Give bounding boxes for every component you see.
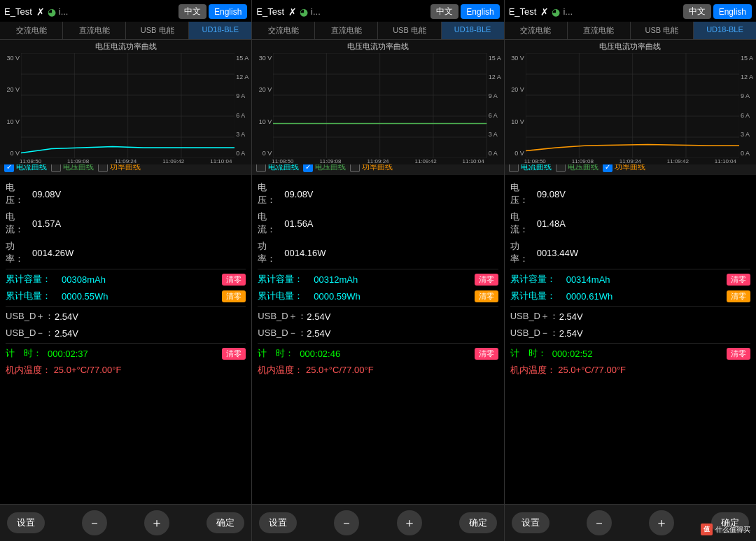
y-label-left: 20 V (253, 86, 273, 93)
energy-label: 累计电量： (510, 290, 566, 302)
tab-2[interactable]: USB 电能 (126, 22, 189, 39)
capacity-value: 00312mAh (314, 274, 358, 285)
lang-zh-button[interactable]: 中文 (683, 4, 711, 19)
clear-timer-button[interactable]: 清零 (727, 348, 750, 360)
lang-zh-button[interactable]: 中文 (178, 4, 206, 19)
lang-en-button[interactable]: English (209, 4, 247, 19)
info-icon: i... (311, 6, 321, 17)
chart-title: 电压电流功率曲线 (505, 40, 756, 53)
settings-button[interactable]: 设置 (512, 512, 550, 533)
x-label: 11:09:42 (162, 158, 184, 164)
y-label-right: 9 A (234, 92, 250, 99)
voltage-label: 电 压： (6, 181, 32, 206)
tab-1[interactable]: 直流电能 (63, 22, 126, 39)
timer-label: 计 时： (510, 347, 552, 360)
lang-zh-button[interactable]: 中文 (430, 4, 458, 19)
current-value: 01.48A (537, 218, 566, 229)
x-axis: 11:08:5011:09:0811:09:2411:09:4211:10:04 (252, 158, 503, 164)
clear-timer-button[interactable]: 清零 (475, 348, 498, 360)
tab-2[interactable]: USB 电能 (631, 22, 694, 39)
usb-dm-label: USB_D－： (6, 327, 55, 339)
tab-2[interactable]: USB 电能 (378, 22, 441, 39)
usb-dp-row: USB_D＋： 2.54V (258, 308, 498, 325)
confirm-button[interactable]: 确定 (206, 512, 244, 533)
current-label: 电 流： (6, 211, 32, 236)
chart-wrapper: 30 V20 V10 V0 V15 A12 A9 A6 A3 A0 A (506, 53, 755, 158)
capacity-value: 00308mAh (62, 274, 106, 285)
lang-en-button[interactable]: English (713, 4, 752, 19)
plus-button[interactable]: ＋ (144, 510, 169, 535)
usb-dp-value: 2.54V (559, 311, 583, 322)
x-label: 11:09:08 (319, 158, 341, 164)
tab-0[interactable]: 交流电能 (252, 22, 315, 39)
usb-dm-value: 2.54V (55, 328, 78, 339)
tab-0[interactable]: 交流电能 (505, 22, 568, 39)
x-axis: 11:08:5011:09:0811:09:2411:09:4211:10:04 (505, 158, 756, 164)
toolbar: 设置 － ＋ 确定 (0, 504, 251, 541)
clear-energy-button[interactable]: 清零 (727, 290, 750, 302)
chart-section: 电压电流功率曲线30 V20 V10 V0 V15 A12 A9 A6 A3 A… (505, 40, 756, 159)
clear-capacity-button[interactable]: 清零 (727, 274, 750, 286)
tab-1[interactable]: 直流电能 (315, 22, 378, 39)
tab-0[interactable]: 交流电能 (0, 22, 63, 39)
chart-wrapper: 30 V20 V10 V0 V15 A12 A9 A6 A3 A0 A (1, 53, 250, 158)
voltage-value: 09.08V (284, 189, 313, 199)
energy-label: 累计电量： (258, 290, 314, 302)
info-icon: i... (563, 6, 573, 17)
temp-value: 25.0+°C/77.00°F (558, 365, 626, 375)
lang-en-button[interactable]: English (461, 4, 499, 19)
panel-3: E_Test ✗ ◕ i... 中文 English 交流电能直流电能USB 电… (505, 0, 756, 541)
timer-row: 计 时： 000:02:52 清零 (510, 345, 750, 362)
y-label-left: 10 V (253, 118, 273, 125)
current-row: 电 流： 01.57A (6, 209, 246, 238)
clear-energy-button[interactable]: 清零 (222, 290, 246, 302)
y-axis-right: 15 A12 A9 A6 A3 A0 A (739, 53, 755, 158)
voltage-label: 电 压： (510, 181, 537, 206)
tab-3[interactable]: UD18-BLE (442, 22, 504, 39)
confirm-button[interactable]: 确定 (459, 512, 497, 533)
clear-capacity-button[interactable]: 清零 (475, 274, 498, 286)
timer-value: 000:02:52 (552, 349, 593, 359)
settings-button[interactable]: 设置 (259, 512, 297, 533)
panel-1: E_Test ✗ ◕ i... 中文 English 交流电能直流电能USB 电… (0, 0, 252, 541)
power-row: 功 率： 0014.26W (6, 238, 246, 267)
current-row: 电 流： 01.56A (258, 209, 498, 238)
voltage-label: 电 压： (258, 181, 284, 206)
y-label-right: 0 A (234, 150, 250, 157)
chart-svg-container (526, 53, 739, 158)
energy-row: 累计电量： 0000.59Wh 清零 (258, 288, 498, 304)
energy-value: 0000.59Wh (314, 291, 360, 302)
language-switcher: 中文 English (430, 4, 499, 19)
minus-button[interactable]: － (82, 510, 107, 535)
wifi-icon: ◕ (552, 6, 560, 17)
clear-capacity-button[interactable]: 清零 (222, 274, 246, 286)
bluetooth-icon: ✗ (540, 6, 549, 17)
y-label-left: 20 V (1, 86, 21, 93)
plus-button[interactable]: ＋ (397, 510, 422, 535)
temp-label: 机内温度： (258, 365, 303, 375)
x-axis: 11:08:5011:09:0811:09:2411:09:4211:10:04 (0, 158, 251, 164)
data-section: 电 压： 09.08V 电 流： 01.56A 功 率： 0014.16W 累计… (252, 175, 503, 504)
header: E_Test ✗ ◕ i... 中文 English (252, 0, 503, 22)
power-label: 功 率： (258, 240, 284, 265)
clear-timer-button[interactable]: 清零 (222, 348, 246, 360)
tab-3[interactable]: UD18-BLE (694, 22, 756, 39)
minus-button[interactable]: － (334, 510, 359, 535)
timer-label: 计 时： (258, 347, 300, 360)
energy-value: 0000.55Wh (62, 291, 108, 302)
plus-button[interactable]: ＋ (649, 510, 674, 535)
capacity-value: 00314mAh (566, 274, 610, 285)
timer-value: 000:02:46 (300, 349, 340, 359)
settings-button[interactable]: 设置 (7, 512, 45, 533)
minus-button[interactable]: － (587, 510, 612, 535)
tab-1[interactable]: 直流电能 (568, 22, 631, 39)
data-section: 电 压： 09.08V 电 流： 01.57A 功 率： 0014.26W 累计… (0, 175, 251, 504)
y-label-right: 15 A (739, 55, 755, 62)
current-row: 电 流： 01.48A (510, 209, 750, 238)
tab-3[interactable]: UD18-BLE (189, 22, 251, 39)
temp-label: 机内温度： (6, 365, 51, 375)
clear-energy-button[interactable]: 清零 (475, 290, 498, 302)
usb-dp-label: USB_D＋： (510, 310, 559, 323)
y-label-right: 3 A (234, 131, 250, 138)
language-switcher: 中文 English (178, 4, 247, 19)
